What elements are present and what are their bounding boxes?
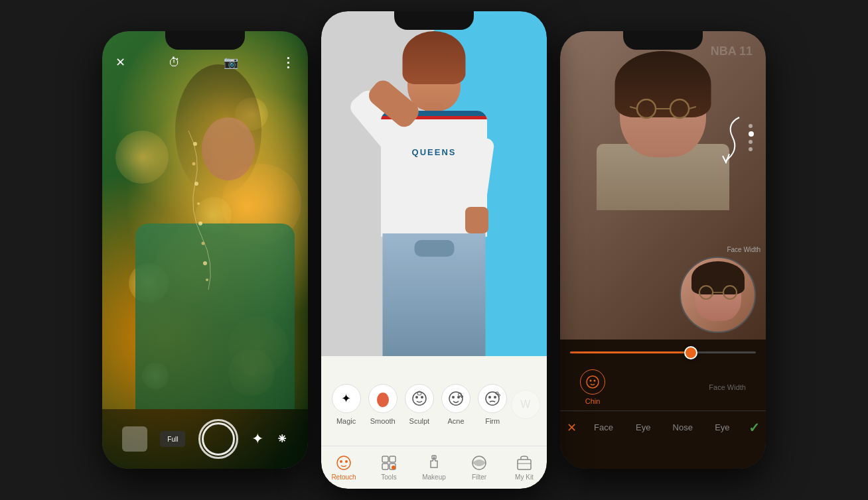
nav-filter[interactable]: Filter — [457, 446, 502, 489]
svg-point-3 — [197, 202, 200, 205]
full-mode[interactable]: Full — [160, 431, 185, 447]
more-tool-circle: W — [511, 390, 540, 419]
svg-point-8 — [377, 393, 389, 407]
tab-nose[interactable]: Nose — [663, 411, 703, 444]
close-button[interactable]: ✕ — [115, 55, 125, 70]
phone1-photo-area — [135, 64, 295, 409]
chin-face-icon — [585, 374, 601, 390]
acne-label: Acne — [448, 417, 465, 425]
retouch-icon — [335, 454, 352, 471]
svg-point-45 — [594, 380, 596, 382]
tool-acne[interactable]: Acne — [438, 384, 474, 425]
svg-point-41 — [723, 286, 737, 299]
svg-point-20 — [494, 396, 496, 399]
phone3-panel: Chin Face Width ✕ Face — [560, 340, 766, 469]
svg-point-14 — [452, 396, 455, 399]
phone-3: NBA 11 — [560, 31, 766, 469]
tool-firm[interactable]: Firm — [474, 384, 511, 425]
svg-point-18 — [486, 392, 499, 405]
svg-point-24 — [340, 460, 342, 463]
svg-point-5 — [202, 242, 205, 245]
tab-eye2[interactable]: Eye — [703, 411, 743, 444]
retouch-label: Retouch — [331, 473, 356, 481]
face-options-row: Chin Face Width — [560, 364, 766, 410]
mykit-icon — [516, 454, 533, 471]
photo-bg: NBA 11 — [560, 31, 766, 340]
acne-icon-circle — [441, 384, 470, 413]
filter-icon — [470, 454, 488, 471]
face-width-option[interactable]: Face Width — [709, 383, 746, 391]
svg-point-19 — [488, 396, 491, 399]
timer-button[interactable]: ⏱ — [169, 56, 181, 70]
slider-fill — [570, 351, 691, 353]
dot-1 — [749, 124, 753, 128]
capture-button[interactable] — [198, 419, 238, 459]
smooth-icon-circle — [368, 384, 398, 413]
wand-icon[interactable]: ✦ — [252, 430, 263, 448]
phone-2-screen: QUEENS — [321, 11, 547, 489]
svg-point-7 — [206, 279, 208, 281]
phone-1: ✕ ⏱ 📷 ⋮ Full ✦ ⁕ — [102, 31, 308, 469]
svg-point-13 — [449, 392, 463, 405]
svg-point-30 — [392, 466, 396, 469]
confirm-icon: ✓ — [749, 420, 760, 436]
slider-thumb[interactable] — [684, 346, 697, 359]
glasses-svg — [630, 97, 696, 121]
camera-switch-button[interactable]: 📷 — [224, 55, 238, 70]
face-width-option-label: Face Width — [709, 383, 746, 391]
phone2-notch — [394, 11, 474, 30]
acne-icon — [447, 389, 465, 408]
nav-makeup[interactable]: Makeup — [411, 446, 457, 489]
svg-point-2 — [194, 182, 198, 186]
face-width-label: Face Width — [727, 246, 760, 253]
chin-icon — [580, 369, 605, 395]
nav-mykit[interactable]: My Kit — [502, 446, 547, 489]
sculpt-label: Sculpt — [409, 417, 430, 425]
tab-confirm[interactable]: ✓ — [742, 411, 766, 444]
more-button[interactable]: ⋮ — [281, 54, 295, 70]
queens-text: QUEENS — [412, 147, 457, 157]
bottom-tabs: ✕ Face Eye Nose Eye ✓ — [560, 410, 766, 444]
phone1-header: ✕ ⏱ 📷 ⋮ — [102, 54, 308, 70]
tab-eye[interactable]: Eye — [623, 411, 663, 444]
firm-icon — [483, 389, 502, 408]
filter-label: Filter — [472, 473, 486, 481]
thumb-circle[interactable] — [680, 257, 756, 333]
svg-point-11 — [421, 396, 423, 399]
effects-icon[interactable]: ⁕ — [276, 430, 288, 448]
tool-more: W — [511, 390, 540, 419]
phone2-photo-area: QUEENS — [321, 11, 547, 356]
makeup-label: Makeup — [422, 473, 446, 481]
tool-smooth[interactable]: Smooth — [364, 384, 401, 425]
tool-sculpt[interactable]: Sculpt — [401, 384, 437, 425]
tab-face[interactable]: Face — [584, 411, 624, 444]
thumb-glasses — [695, 284, 741, 301]
magic-label: Magic — [336, 417, 356, 425]
smooth-label: Smooth — [370, 417, 396, 425]
jeans-waistband — [414, 240, 454, 257]
tool-magic[interactable]: ✦ Magic — [328, 384, 364, 425]
magic-icon-circle: ✦ — [332, 384, 361, 413]
svg-point-10 — [415, 396, 418, 399]
phones-container: ✕ ⏱ 📷 ⋮ Full ✦ ⁕ — [0, 0, 868, 500]
svg-point-35 — [637, 99, 656, 118]
nav-tools[interactable]: Tools — [366, 446, 411, 489]
tab-nose-label: Nose — [673, 422, 693, 432]
tab-face-label: Face — [594, 422, 613, 432]
dot-2-active — [749, 131, 754, 137]
mykit-label: My Kit — [515, 473, 534, 481]
firm-icon-circle — [478, 384, 507, 413]
nav-retouch[interactable]: Retouch — [321, 446, 366, 489]
jeans — [383, 233, 486, 356]
svg-rect-28 — [382, 464, 388, 469]
makeup-icon — [425, 454, 443, 471]
magic-icon: ✦ — [341, 391, 351, 406]
svg-point-40 — [699, 286, 713, 299]
chin-option[interactable]: Chin — [580, 369, 605, 405]
tab-cancel[interactable]: ✕ — [560, 411, 584, 444]
slider-track[interactable] — [570, 351, 756, 353]
arrow-indicator — [706, 111, 746, 164]
slider-container — [560, 340, 766, 359]
gallery-thumb[interactable] — [122, 426, 147, 452]
svg-point-36 — [670, 99, 689, 118]
